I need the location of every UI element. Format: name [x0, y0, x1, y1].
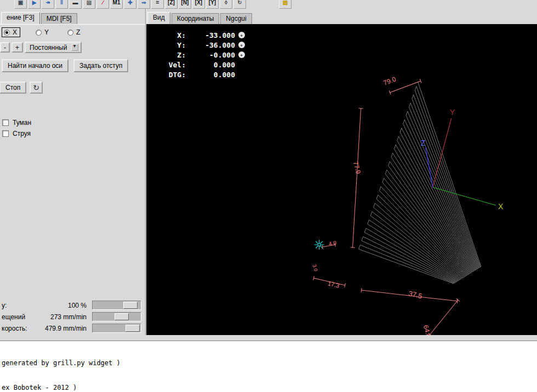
svg-text:37.5: 37.5 — [408, 289, 423, 300]
view-perspective-icon[interactable]: ◊ — [220, 0, 232, 9]
dro-label: X: — [163, 31, 186, 39]
clear-plot-icon[interactable]: ▨ — [279, 0, 292, 9]
dro-value: 0.000 — [186, 61, 235, 69]
rotate-view-icon[interactable]: ↻ — [233, 0, 246, 9]
axis-radio-x[interactable]: X — [2, 28, 20, 37]
axis-radio-label: X — [13, 28, 17, 36]
flood-checkbox[interactable]: Струя — [2, 130, 143, 137]
spindle-stop-button[interactable]: Стоп — [0, 82, 26, 94]
gcode-line[interactable]: ex Bobotek - 2012 ) — [2, 384, 537, 392]
left-tab-bar: ение [F3] MDI [F5] — [0, 9, 145, 24]
feed-override-slider[interactable] — [92, 301, 141, 310]
view-top-icon[interactable]: Z — [165, 0, 178, 9]
dro-row-y: Y: -36.000 — [163, 40, 245, 50]
jog-minus-button[interactable]: - — [0, 42, 10, 53]
dro-label: DTG: — [163, 71, 186, 79]
svg-text:77.9: 77.9 — [352, 160, 363, 175]
stop-icon[interactable]: ▬ — [69, 0, 82, 9]
jog-speed-slider[interactable] — [92, 312, 141, 321]
optional-stop-icon[interactable]: M1 — [110, 0, 123, 9]
machine-power-icon[interactable]: ▣ — [14, 0, 27, 9]
view-side-x-icon[interactable]: X — [192, 0, 205, 9]
touch-off-button[interactable]: Задать отступ — [73, 59, 128, 72]
home-axis-button[interactable]: Найти начало оси — [2, 59, 68, 72]
mist-label: Туман — [13, 119, 31, 126]
icon-glyph: ∕ — [102, 0, 104, 5]
icon-glyph: ‖ — [60, 0, 63, 5]
icon-glyph: X — [195, 0, 202, 5]
dro-value: -0.000 — [186, 51, 235, 59]
feed-arrow-icon[interactable]: ⇒ — [138, 0, 150, 9]
radio-icon — [67, 30, 73, 36]
step-icon[interactable]: ↠ — [42, 0, 54, 9]
feed-override-row: у: 100 % — [2, 299, 143, 311]
max-velocity-slider[interactable] — [92, 324, 141, 333]
panel-sash[interactable] — [0, 335, 537, 341]
jog-increment-select[interactable]: Постоянный — [25, 42, 82, 53]
mist-checkbox[interactable]: Туман — [2, 119, 143, 126]
dro-label: Y: — [163, 41, 186, 49]
jog-plus-button[interactable]: + — [12, 42, 23, 53]
axis-radio-z[interactable]: Z — [66, 28, 83, 37]
view-side-y-icon[interactable]: Y — [206, 0, 219, 9]
control-panel: ение [F3] MDI [F5] X Y Z — [0, 9, 146, 335]
icon-glyph: ▨ — [283, 0, 288, 5]
tab-manual-f3[interactable]: ение [F3] — [1, 12, 40, 24]
checkbox-icon — [2, 130, 9, 137]
homing-row: Найти начало оси Задать отступ — [2, 59, 143, 72]
tab-dro[interactable]: Координаты — [172, 13, 220, 24]
icon-glyph: ▶ — [32, 0, 37, 5]
dro-row-z: Z: -0.000 — [163, 50, 245, 60]
icon-glyph: ▤ — [87, 0, 92, 5]
icon-glyph: ✚ — [128, 0, 132, 5]
jog-increment-value: Постоянный — [30, 44, 67, 51]
pause-icon[interactable]: ‖ — [55, 0, 68, 9]
tab-mdi-f5[interactable]: MDI [F5] — [41, 13, 77, 24]
max-velocity-value: 479.9 mm/min — [27, 325, 87, 332]
feed-override-value: 100 % — [7, 302, 87, 309]
icon-glyph: ⇒ — [141, 0, 146, 5]
toolbar: ▣ ▶ ↠ ‖ ▬ ▤ ∕ M1 ✚ ⇒ = Z N X Y ◊ ↻ ▨ — [0, 0, 537, 9]
spindle-forward-button[interactable]: ↻ — [30, 82, 43, 94]
axis-select-row: X Y Z — [2, 28, 143, 37]
backplot-preview: 79.077.917.337.564.84.03.0XYZ X: -33.000… — [146, 24, 537, 335]
svg-text:Y: Y — [450, 108, 455, 117]
spindle-row: Стоп ↻ — [0, 82, 143, 94]
radio-icon — [36, 30, 42, 36]
main-area: ение [F3] MDI [F5] X Y Z — [0, 9, 537, 335]
tab-preview[interactable]: Вид — [147, 12, 170, 24]
pan-view-icon[interactable]: ✚ — [124, 0, 136, 9]
icon-glyph: ↠ — [45, 0, 50, 5]
slider-handle[interactable] — [115, 313, 129, 320]
dro-value: -36.000 — [186, 41, 235, 49]
jog-speed-value: 273 mm/min — [25, 313, 87, 321]
icon-glyph: = — [156, 0, 159, 5]
jog-speed-row: ещений 273 mm/min — [2, 311, 143, 322]
chevron-down-icon — [71, 44, 78, 51]
dro: X: -33.000 Y: -36.000 Z: -0.000 — [163, 30, 245, 79]
icon-glyph: ◊ — [225, 0, 227, 5]
axis-radio-y[interactable]: Y — [34, 28, 52, 37]
slider-handle[interactable] — [123, 302, 138, 309]
dro-label: Vel: — [163, 61, 186, 69]
slider-handle[interactable] — [125, 325, 140, 332]
icon-glyph: ▬ — [73, 0, 78, 5]
tab-ngcgui[interactable]: Ngcgui — [220, 13, 252, 24]
jog-speed-label: ещений — [2, 313, 25, 321]
view-rear-icon[interactable]: N — [179, 0, 191, 9]
skip-lines-icon[interactable]: ∕ — [96, 0, 109, 9]
svg-text:3.0: 3.0 — [311, 264, 318, 272]
preview-panel: Вид Координаты Ngcgui 79.077.917.337.564… — [146, 9, 537, 335]
save-icon[interactable]: ▤ — [83, 0, 95, 9]
gcode-listing: generated by grill.py widget ) ex Bobote… — [0, 341, 537, 392]
homed-icon — [238, 32, 245, 38]
svg-text:64.8: 64.8 — [422, 324, 433, 335]
icon-glyph: M1 — [113, 0, 121, 5]
gcode-line[interactable]: generated by grill.py widget ) — [2, 359, 537, 367]
dro-row-dtg: DTG: 0.000 — [163, 70, 245, 79]
axis-radio-label: Z — [76, 28, 80, 36]
run-icon[interactable]: ▶ — [28, 0, 41, 9]
equal-icon[interactable]: = — [151, 0, 164, 9]
svg-text:X: X — [498, 202, 504, 211]
dro-label: Z: — [163, 51, 186, 59]
